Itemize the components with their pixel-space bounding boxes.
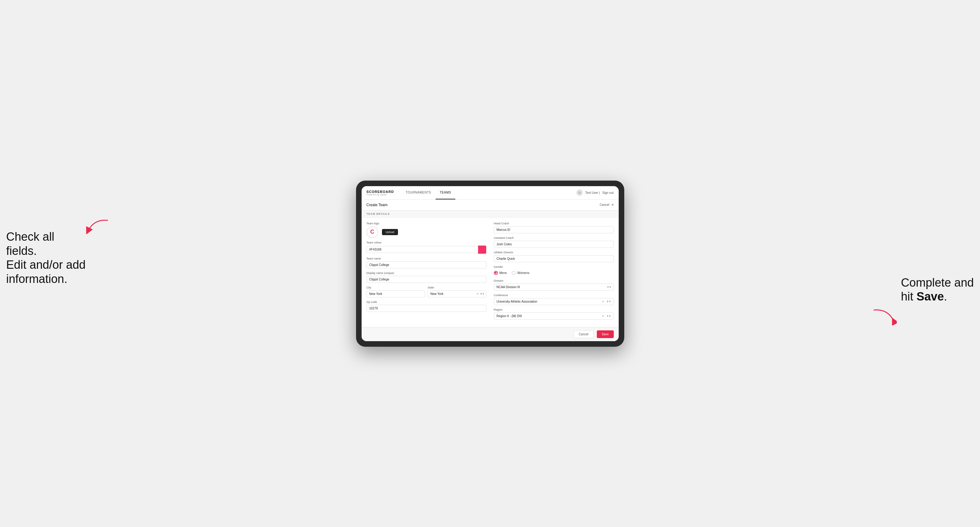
gender-womens-radio[interactable]: Womens xyxy=(512,271,529,275)
footer-cancel-button[interactable]: Cancel xyxy=(574,330,594,338)
gender-label: Gender xyxy=(494,265,614,268)
nav-teams[interactable]: TEAMS xyxy=(436,186,456,200)
form-col-left: Team logo C Upload Team colour xyxy=(366,222,487,323)
team-name-input[interactable] xyxy=(366,261,487,268)
nav-items: TOURNAMENTS TEAMS xyxy=(401,186,576,200)
display-name-field: Display name (unique) xyxy=(366,271,487,283)
color-swatch[interactable] xyxy=(478,245,487,254)
womens-radio-dot xyxy=(512,271,516,275)
team-name-label: Team name xyxy=(366,257,487,260)
city-state-row: City State New York California Texas xyxy=(366,286,487,297)
user-avatar: U xyxy=(576,189,583,196)
state-clear-icon[interactable]: ✕ xyxy=(475,292,480,295)
state-arrows-icon: ⬆⬇ xyxy=(480,292,486,295)
athletic-director-input[interactable] xyxy=(494,255,614,262)
team-colour-field: Team colour xyxy=(366,241,487,254)
city-state-group: City State New York California Texas xyxy=(366,286,487,297)
arrow-left-icon xyxy=(85,217,110,236)
zip-label: Zip code xyxy=(366,300,487,303)
sign-out-link[interactable]: Sign out xyxy=(602,191,614,194)
mens-radio-dot xyxy=(494,271,498,275)
assistant-coach-field: Assistant Coach xyxy=(494,237,614,248)
region-select[interactable]: Region II - (M) DIII ✕ ⬆⬇ xyxy=(494,313,614,320)
navbar: SCOREBOARD Powered by clippd TOURNAMENTS… xyxy=(362,186,619,200)
region-arrows-icon: ⬆⬇ xyxy=(607,315,611,317)
head-coach-input[interactable] xyxy=(494,226,614,233)
color-input-row xyxy=(366,245,487,254)
annotation-right: Complete and hit Save. xyxy=(901,276,974,304)
state-select-row: New York California Texas ✕ ⬆⬇ xyxy=(428,290,487,297)
head-coach-label: Head Coach xyxy=(494,222,614,225)
logo-sub: Powered by clippd xyxy=(366,194,394,196)
region-label: Region xyxy=(494,308,614,311)
zip-input[interactable] xyxy=(366,305,487,312)
division-label: Division xyxy=(494,279,614,282)
display-name-label: Display name (unique) xyxy=(366,271,487,275)
division-select[interactable]: NCAA Division III NCAA Division I NCAA D… xyxy=(494,284,614,290)
conference-arrows-icon: ⬆⬇ xyxy=(607,300,611,303)
form-footer: Cancel Save xyxy=(362,327,619,341)
city-input[interactable] xyxy=(366,290,425,297)
arrow-right-icon xyxy=(872,307,897,325)
city-label: City xyxy=(366,286,425,289)
conference-select[interactable]: University Athletic Association ✕ ⬆⬇ xyxy=(494,298,614,305)
state-field: State New York California Texas ✕ ⬆⬇ xyxy=(428,286,487,297)
nav-tournaments[interactable]: TOURNAMENTS xyxy=(401,186,436,200)
team-name-field: Team name xyxy=(366,257,487,268)
conference-clear-icon[interactable]: ✕ xyxy=(602,300,604,303)
form-body: Team logo C Upload Team colour xyxy=(362,217,619,327)
division-select-wrapper: NCAA Division III NCAA Division I NCAA D… xyxy=(494,284,614,290)
athletic-director-field: Athletic Director xyxy=(494,251,614,262)
city-field: City xyxy=(366,286,425,297)
form-col-right: Head Coach Assistant Coach Athletic Dire… xyxy=(494,222,614,323)
head-coach-field: Head Coach xyxy=(494,222,614,233)
logo-area: SCOREBOARD Powered by clippd xyxy=(366,190,394,196)
gender-mens-radio[interactable]: Mens xyxy=(494,271,507,275)
logo-circle: C xyxy=(366,226,378,238)
footer-save-button[interactable]: Save xyxy=(597,330,614,338)
nav-right: U Test User | Sign out xyxy=(576,189,614,196)
region-clear-icon[interactable]: ✕ xyxy=(602,314,604,318)
gender-radio-group: Mens Womens xyxy=(494,270,614,276)
page-title: Create Team xyxy=(366,203,388,207)
division-field: Division NCAA Division III NCAA Division… xyxy=(494,279,614,290)
user-label: Test User | xyxy=(585,191,600,194)
color-text-input[interactable] xyxy=(366,246,478,253)
cancel-x-button[interactable]: Cancel ✕ xyxy=(600,203,614,206)
tablet-screen: SCOREBOARD Powered by clippd TOURNAMENTS… xyxy=(362,186,619,341)
team-colour-label: Team colour xyxy=(366,241,487,244)
conference-field: Conference University Athletic Associati… xyxy=(494,294,614,305)
close-icon: ✕ xyxy=(611,203,614,206)
tablet-frame: SCOREBOARD Powered by clippd TOURNAMENTS… xyxy=(356,181,624,347)
assistant-coach-label: Assistant Coach xyxy=(494,237,614,240)
upload-button[interactable]: Upload xyxy=(382,229,398,235)
create-team-header: Create Team Cancel ✕ xyxy=(362,200,619,211)
team-logo-field: Team logo C Upload xyxy=(366,222,487,238)
zip-code-field: Zip code xyxy=(366,300,487,312)
logo-upload-area: C Upload xyxy=(366,226,487,238)
app-logo: SCOREBOARD xyxy=(366,190,394,194)
assistant-coach-input[interactable] xyxy=(494,241,614,248)
display-name-input[interactable] xyxy=(366,276,487,283)
state-label: State xyxy=(428,286,487,289)
athletic-director-label: Athletic Director xyxy=(494,251,614,254)
region-field: Region Region II - (M) DIII ✕ ⬆⬇ xyxy=(494,308,614,320)
team-logo-label: Team logo xyxy=(366,222,487,225)
state-select[interactable]: New York California Texas xyxy=(428,290,475,297)
gender-field: Gender Mens Womens xyxy=(494,265,614,276)
section-label: TEAM DETAILS xyxy=(362,211,619,217)
annotation-left: Check all fields. Edit and/or add inform… xyxy=(6,230,86,286)
conference-label: Conference xyxy=(494,294,614,297)
